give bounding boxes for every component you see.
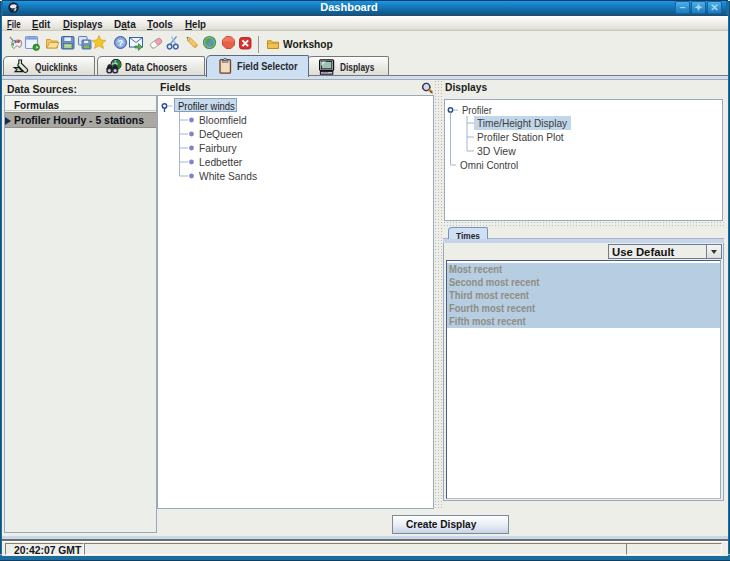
svg-text:?: ? xyxy=(118,38,124,48)
